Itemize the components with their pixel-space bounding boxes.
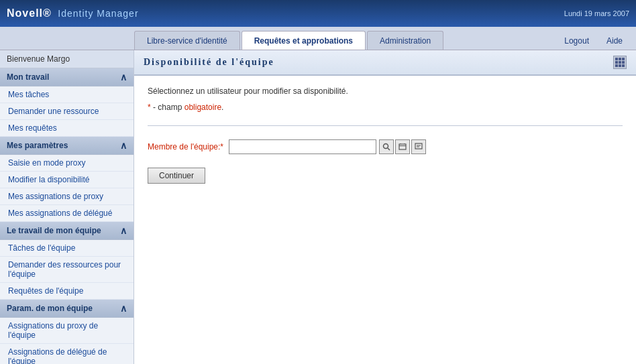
required-bold: obligatoire [184,103,221,112]
member-label: Membre de l'équipe:* [148,142,223,151]
member-input[interactable] [229,139,376,154]
svg-rect-2 [399,144,406,149]
svg-point-0 [384,144,388,149]
sidebar-item-mes-taches[interactable]: Mes tâches [0,86,134,103]
sidebar-item-requetes-equipe[interactable]: Requêtes de l'équipe [0,283,134,300]
search-icon-button[interactable] [379,139,394,154]
header-logo: Novell® Identity Manager [7,7,139,19]
sidebar-item-mes-assignations-delegue[interactable]: Mes assignations de délégué [0,205,134,222]
sidebar-item-saisie-proxy[interactable]: Saisie en mode proxy [0,155,134,172]
sidebar-item-mes-assignations-proxy[interactable]: Mes assignations de proxy [0,188,134,205]
required-marker: * [220,142,223,151]
sidebar-section-param-equipe[interactable]: Param. de mon équipe ∧ [0,300,134,318]
required-star: * [148,103,153,112]
logout-link[interactable]: Logout [556,32,597,50]
logo-novell: Novell® Identity Manager [7,7,139,19]
sidebar-item-modifier-dispo[interactable]: Modifier la disponibilité [0,172,134,188]
sidebar-item-demander-ressources-equipe[interactable]: Demander des ressources pour l'équipe [0,257,134,283]
form-row: Membre de l'équipe:* [148,139,623,154]
sidebar-item-assignations-delegue-equipe[interactable]: Assignations de délégué de l'équipe [0,344,134,364]
edit-icon-button[interactable] [411,139,426,154]
nav-bar: Libre-service d'identité Requêtes et app… [0,27,636,50]
collapse-icon-travail-equipe: ∧ [120,225,127,236]
content-title: Disponibilité de l'équipe [144,57,274,68]
svg-line-1 [388,148,390,150]
collapse-icon-mon-travail: ∧ [120,72,127,82]
sidebar-section-mes-parametres[interactable]: Mes paramètres ∧ [0,137,134,155]
header: Novell® Identity Manager Lundi 19 mars 2… [0,0,636,27]
sidebar-section-travail-equipe[interactable]: Le travail de mon équipe ∧ [0,222,134,240]
tab-administration[interactable]: Administration [367,31,443,50]
sidebar-item-demander-ressource[interactable]: Demander une ressource [0,103,134,120]
form-separator [148,125,623,126]
continue-button[interactable]: Continuer [148,168,205,184]
edit-icon [415,143,423,151]
history-icon-button[interactable] [395,139,410,154]
sidebar-section-mon-travail[interactable]: Mon travail ∧ [0,68,134,86]
sidebar-item-taches-equipe[interactable]: Tâches de l'équipe [0,240,134,257]
content-body: Sélectionnez un utilisateur pour modifie… [134,76,636,194]
search-icon [382,143,390,151]
content-icon [613,56,627,69]
content-area: Disponibilité de l'équipe Sélectionnez u… [134,50,636,364]
aide-link[interactable]: Aide [598,32,631,50]
tab-libre-service[interactable]: Libre-service d'identité [134,31,240,50]
logo-product: Identity Manager [58,8,138,19]
collapse-icon-param-equipe: ∧ [120,303,127,314]
required-note: * - champ obligatoire. [148,103,623,112]
sidebar-item-assignations-proxy-equipe[interactable]: Assignations du proxy de l'équipe [0,318,134,344]
nav-right: Logout Aide [556,32,636,50]
svg-rect-6 [415,143,422,149]
header-date: Lundi 19 mars 2007 [564,9,629,17]
sidebar: Bienvenue Margo Mon travail ∧ Mes tâches… [0,50,134,364]
content-header: Disponibilité de l'équipe [134,50,636,76]
form-icon-buttons [379,139,426,154]
main-layout: Bienvenue Margo Mon travail ∧ Mes tâches… [0,50,636,364]
history-icon [399,143,407,151]
continue-row: Continuer [148,168,623,184]
collapse-icon-mes-parametres: ∧ [120,140,127,151]
sidebar-item-mes-requetes[interactable]: Mes requêtes [0,120,134,137]
tab-requetes[interactable]: Requêtes et approbations [242,31,366,50]
description-text: Sélectionnez un utilisateur pour modifie… [148,86,623,96]
sidebar-welcome: Bienvenue Margo [0,50,134,68]
